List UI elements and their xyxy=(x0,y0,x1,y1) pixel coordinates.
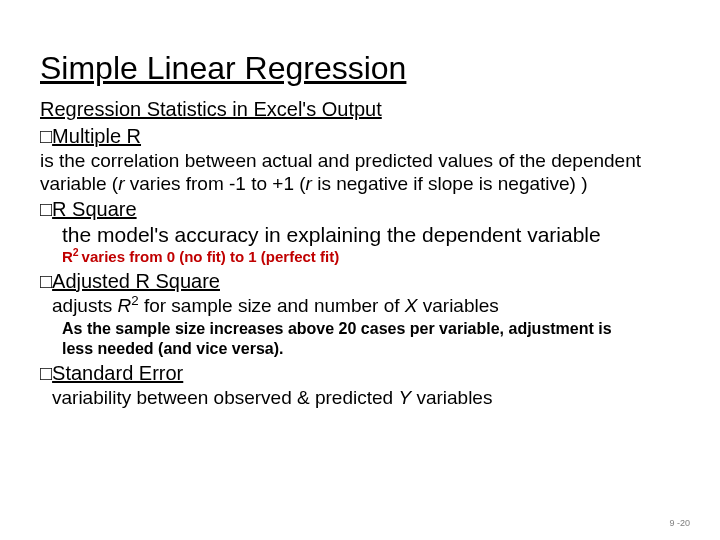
square-icon: □ xyxy=(40,269,52,294)
adj-r-desc: adjusts R2 for sample size and number of… xyxy=(52,294,680,317)
bullet-r-square: □R Square xyxy=(40,197,680,222)
std-error-desc: variability between observed & predicted… xyxy=(52,386,680,409)
square-icon: □ xyxy=(40,124,52,149)
bullet-label: Standard Error xyxy=(52,362,183,384)
page-number: 9 -20 xyxy=(669,518,690,528)
r-square-note: R2 varies from 0 (no fit) to 1 (perfect … xyxy=(62,248,680,267)
slide-title: Simple Linear Regression xyxy=(40,50,680,87)
bullet-adj-r-square: □Adjusted R Square xyxy=(40,269,680,294)
square-icon: □ xyxy=(40,197,52,222)
adj-r-note: As the sample size increases above 20 ca… xyxy=(62,319,680,359)
slide: Simple Linear Regression Regression Stat… xyxy=(0,0,720,540)
bullet-std-error: □Standard Error xyxy=(40,361,680,386)
bullet-label: Adjusted R Square xyxy=(52,270,220,292)
section-label: Regression Statistics in Excel's Output xyxy=(40,97,680,122)
bullet-label: Multiple R xyxy=(52,125,141,147)
bullet-label: R Square xyxy=(52,198,137,220)
r-square-desc: the model's accuracy in explaining the d… xyxy=(62,222,680,248)
square-icon: □ xyxy=(40,361,52,386)
multiple-r-desc: is the correlation between actual and pr… xyxy=(40,149,680,195)
bullet-multiple-r: □Multiple R xyxy=(40,124,680,149)
